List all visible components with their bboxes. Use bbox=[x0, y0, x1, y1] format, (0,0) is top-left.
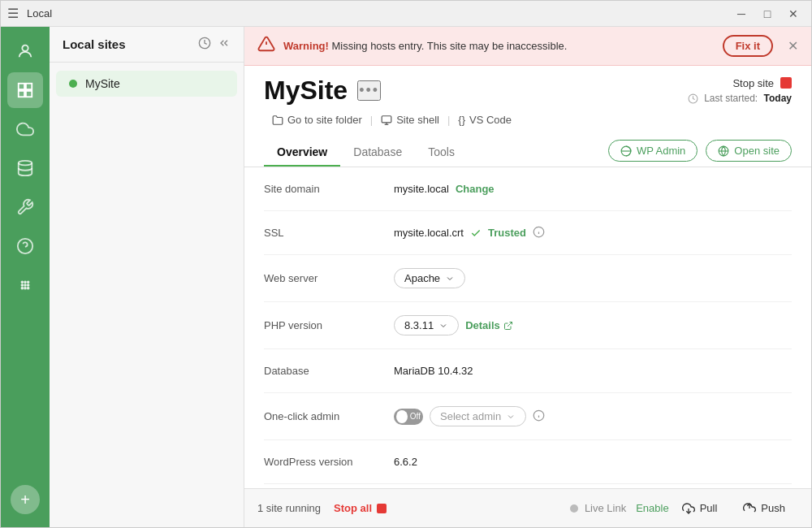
svg-point-14 bbox=[21, 288, 23, 289]
sidebar-icon-grid[interactable] bbox=[7, 267, 43, 303]
site-running-dot bbox=[69, 80, 77, 88]
pull-button[interactable]: Pull bbox=[669, 502, 731, 515]
svg-point-9 bbox=[24, 281, 26, 283]
site-shell-button[interactable]: Site shell bbox=[373, 110, 447, 129]
add-site-button[interactable]: + bbox=[11, 485, 40, 514]
stop-site-square[interactable] bbox=[780, 77, 792, 89]
field-label-database: Database bbox=[264, 365, 394, 377]
bottom-right: Live Link Enable Pull bbox=[570, 502, 798, 515]
wp-admin-button[interactable]: WP Admin bbox=[608, 140, 698, 162]
toggle-off-label: Off bbox=[410, 412, 421, 421]
content-scroll[interactable]: Site domain mysite.local Change SSL mysi… bbox=[244, 167, 811, 488]
history-icon[interactable] bbox=[198, 37, 211, 52]
site-more-button[interactable]: ••• bbox=[357, 80, 381, 101]
live-link-row: Live Link Enable bbox=[570, 502, 669, 515]
vs-code-button[interactable]: {} VS Code bbox=[450, 110, 520, 129]
change-domain-link[interactable]: Change bbox=[456, 183, 495, 195]
field-value-php: 8.3.11 Details bbox=[394, 315, 513, 335]
sites-header-icons bbox=[198, 37, 231, 52]
database-value: MariaDB 10.4.32 bbox=[394, 365, 473, 377]
sites-panel: Local sites bbox=[50, 27, 244, 527]
push-button[interactable]: Push bbox=[730, 502, 798, 515]
vs-code-label: VS Code bbox=[469, 114, 512, 126]
field-value-ssl: mysite.local.crt Trusted bbox=[394, 226, 545, 240]
field-value-oneclick: Off Select admin bbox=[394, 406, 545, 426]
site-shell-label: Site shell bbox=[396, 114, 439, 126]
last-started: Last started: Today bbox=[688, 93, 792, 104]
site-tabs: Overview Database Tools WP Admin bbox=[244, 139, 811, 167]
enable-live-link-button[interactable]: Enable bbox=[636, 502, 668, 514]
sidebar-icon-user[interactable] bbox=[7, 33, 43, 69]
field-row-database: Database MariaDB 10.4.32 bbox=[264, 349, 792, 393]
push-label: Push bbox=[761, 502, 785, 514]
field-row-ssl: SSL mysite.local.crt Trusted bbox=[264, 211, 792, 255]
wp-version-value: 6.6.2 bbox=[394, 456, 417, 468]
site-header-top: MySite ••• Stop site Last started: bbox=[264, 76, 792, 106]
warning-banner: Warning! Missing hosts entry. This site … bbox=[244, 27, 811, 66]
icon-sidebar-top bbox=[7, 33, 43, 482]
field-value-domain: mysite.local Change bbox=[394, 183, 495, 195]
svg-point-5 bbox=[19, 161, 32, 166]
sites-panel-title: Local sites bbox=[63, 37, 126, 51]
minimize-button[interactable]: ─ bbox=[730, 5, 753, 23]
main-layout: + Local sites bbox=[1, 27, 811, 527]
field-row-domain: Site domain mysite.local Change bbox=[264, 167, 792, 211]
live-link-dot bbox=[570, 504, 578, 513]
web-server-select[interactable]: Apache bbox=[394, 268, 465, 288]
svg-line-30 bbox=[508, 322, 512, 327]
wp-admin-label: WP Admin bbox=[637, 145, 685, 157]
svg-point-0 bbox=[22, 45, 28, 51]
svg-rect-4 bbox=[26, 91, 32, 97]
select-admin-dropdown[interactable]: Select admin bbox=[430, 406, 526, 426]
svg-point-13 bbox=[28, 284, 29, 286]
open-site-label: Open site bbox=[734, 145, 780, 157]
svg-rect-2 bbox=[26, 84, 32, 89]
sites-list: MySite bbox=[50, 63, 244, 527]
tab-tools[interactable]: Tools bbox=[415, 139, 468, 167]
go-to-site-folder-button[interactable]: Go to site folder bbox=[264, 110, 370, 129]
tab-overview[interactable]: Overview bbox=[264, 139, 340, 167]
fix-it-button[interactable]: Fix it bbox=[723, 35, 773, 57]
site-header-right: Stop site Last started: Today bbox=[688, 77, 792, 104]
app-title: Local bbox=[27, 7, 730, 19]
one-click-admin-toggle[interactable]: Off bbox=[394, 409, 423, 425]
maximize-button[interactable]: □ bbox=[756, 5, 779, 23]
warning-close-icon[interactable]: ✕ bbox=[788, 38, 798, 54]
sidebar-icon-cloud[interactable] bbox=[7, 111, 43, 147]
icon-sidebar-bottom: + bbox=[11, 482, 40, 521]
sidebar-icon-sites[interactable] bbox=[7, 72, 43, 108]
svg-point-10 bbox=[28, 281, 29, 283]
php-details-link[interactable]: Details bbox=[465, 319, 513, 331]
stop-all-button[interactable]: Stop all bbox=[334, 502, 387, 514]
site-item-mysite[interactable]: MySite bbox=[56, 71, 237, 97]
running-text: 1 site running bbox=[257, 502, 321, 514]
ssl-info-icon[interactable] bbox=[533, 226, 545, 240]
svg-rect-1 bbox=[19, 84, 24, 89]
collapse-panel-icon[interactable] bbox=[218, 37, 231, 52]
stop-all-square-icon bbox=[377, 504, 387, 513]
php-version-select[interactable]: 8.3.11 bbox=[394, 315, 459, 335]
sidebar-icon-database[interactable] bbox=[7, 150, 43, 186]
trusted-badge: Trusted bbox=[488, 227, 526, 239]
close-button[interactable]: ✕ bbox=[782, 5, 805, 23]
stop-all-label: Stop all bbox=[334, 502, 372, 514]
svg-point-12 bbox=[24, 284, 26, 286]
php-version-value: 8.3.11 bbox=[404, 319, 434, 331]
site-item-name: MySite bbox=[85, 77, 120, 90]
site-title: MySite bbox=[264, 76, 348, 106]
tab-database[interactable]: Database bbox=[340, 139, 415, 167]
open-site-button[interactable]: Open site bbox=[706, 140, 792, 162]
select-admin-placeholder: Select admin bbox=[440, 410, 501, 422]
field-label-php: PHP version bbox=[264, 319, 394, 331]
oneclick-info-icon[interactable] bbox=[533, 409, 545, 424]
site-tabs-right: WP Admin Open site bbox=[608, 140, 792, 167]
stop-site-button[interactable]: Stop site bbox=[732, 77, 774, 89]
field-value-wp-version: 6.6.2 bbox=[394, 456, 417, 468]
domain-value: mysite.local bbox=[394, 183, 449, 195]
sidebar-icon-tools[interactable] bbox=[7, 189, 43, 225]
field-value-database: MariaDB 10.4.32 bbox=[394, 365, 473, 377]
field-label-ssl: SSL bbox=[264, 227, 394, 239]
svg-point-8 bbox=[21, 281, 23, 283]
hamburger-icon[interactable]: ☰ bbox=[7, 6, 19, 21]
sidebar-icon-help[interactable] bbox=[7, 228, 43, 264]
